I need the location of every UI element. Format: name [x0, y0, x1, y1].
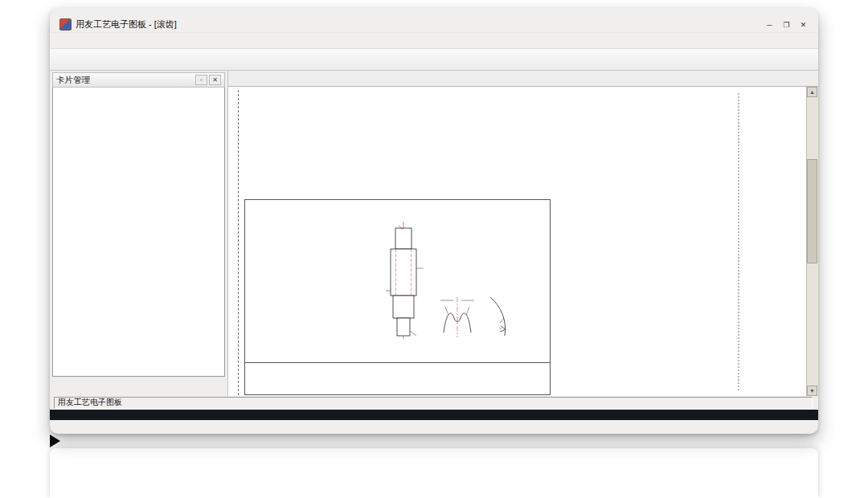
panel-tabs: [52, 377, 225, 394]
window-bottom-edge: [50, 420, 818, 434]
close-panel-icon[interactable]: ✕: [209, 75, 221, 85]
pin-icon[interactable]: ▫: [195, 75, 207, 85]
bottom-note-divider: [245, 362, 550, 363]
stage: 用友工艺电子图板 - [滚齿] ─ ❐ ✕ 卡片管理 ▫ ✕: [0, 0, 868, 498]
status-text: 用友工艺电子图板: [54, 397, 813, 409]
menubar: [50, 32, 818, 48]
toolbar: [50, 48, 818, 71]
window-title: 用友工艺电子图板 - [滚齿]: [76, 18, 177, 31]
card-manager-panel: 卡片管理 ▫ ✕: [50, 71, 228, 396]
maximize-button[interactable]: ❐: [780, 19, 793, 31]
scrollbar-thumb[interactable]: [807, 159, 817, 263]
perforation-dots: [738, 93, 739, 390]
titlebar: 用友工艺电子图板 - [滚齿] ─ ❐ ✕: [50, 8, 818, 32]
document-area[interactable]: ▲ ▼: [228, 87, 818, 396]
app-icon: [59, 18, 72, 31]
close-button[interactable]: ✕: [796, 19, 810, 31]
statusbar: 用友工艺电子图板: [50, 396, 818, 410]
scroll-up-icon[interactable]: ▲: [807, 87, 817, 97]
decorative-triangle: [50, 435, 60, 447]
vertical-scrollbar[interactable]: ▲ ▼: [806, 87, 818, 396]
panel-title: 卡片管理: [56, 75, 90, 86]
part-drawing: [363, 201, 548, 361]
bottom-dark-strip: [50, 410, 818, 420]
app-window: 用友工艺电子图板 - [滚齿] ─ ❐ ✕ 卡片管理 ▫ ✕: [50, 8, 818, 434]
minimize-button[interactable]: ─: [763, 19, 776, 31]
card-tree: [52, 88, 225, 377]
window-reflection: [50, 448, 818, 498]
scroll-down-icon[interactable]: ▼: [807, 386, 817, 396]
process-card-sheet[interactable]: [228, 87, 807, 396]
margin-dash-line: [238, 90, 239, 395]
document-tabstrip: [228, 71, 818, 87]
panel-header: 卡片管理 ▫ ✕: [52, 72, 225, 88]
